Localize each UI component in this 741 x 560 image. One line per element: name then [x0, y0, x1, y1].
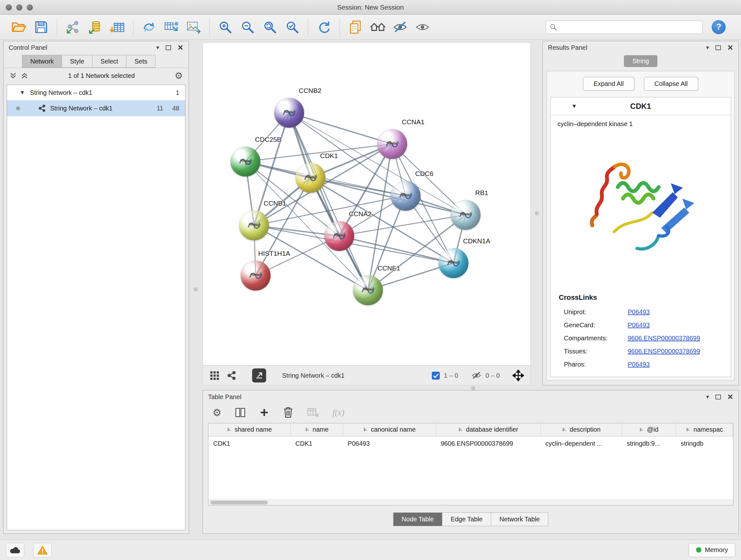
export-image-button[interactable]	[185, 17, 203, 37]
network-node-CCNA1[interactable]	[377, 129, 407, 159]
help-button[interactable]: ?	[712, 20, 726, 34]
panel-menu-icon[interactable]: ▾	[706, 45, 709, 51]
panel-close-icon[interactable]: ✕	[727, 393, 733, 401]
refresh-button[interactable]	[315, 17, 333, 37]
tab-style[interactable]: Style	[62, 55, 92, 68]
zoom-in-button[interactable]	[216, 17, 234, 37]
table-cell[interactable]: CDK1	[208, 436, 291, 451]
show-columns-icon[interactable]	[235, 407, 246, 418]
tab-network-table[interactable]: Network Table	[491, 512, 548, 526]
delete-column-trash-icon[interactable]	[283, 407, 293, 419]
import-network-button[interactable]	[64, 17, 82, 37]
birds-eye-view-icon[interactable]	[209, 370, 219, 381]
network-node-CDC25B[interactable]	[230, 146, 260, 177]
crosslink-value[interactable]: 9606.ENSP00000378699	[628, 334, 700, 342]
network-options-gear-icon[interactable]: ⚙	[175, 71, 183, 80]
minimize-window-button[interactable]	[16, 4, 22, 10]
table-cell[interactable]: stringdb	[676, 436, 733, 451]
panel-float-icon[interactable]	[165, 45, 171, 50]
crosslink-value[interactable]: P06493	[628, 308, 650, 316]
scrollbar-thumb[interactable]	[210, 501, 268, 504]
maximize-window-button[interactable]	[27, 4, 33, 10]
network-node-CCNA2[interactable]	[324, 221, 354, 251]
column-header-shared-name[interactable]: shared name	[208, 423, 291, 436]
pan-move-icon[interactable]	[513, 370, 524, 381]
network-node-HIST1H1A[interactable]	[241, 260, 271, 291]
network-canvas[interactable]: CCNB2CCNA1CDC25BCDK1CDC6RB1CCNB1CCNA2CDK…	[203, 43, 531, 366]
close-window-button[interactable]	[6, 4, 12, 10]
splitter-handle-left[interactable]	[194, 287, 198, 291]
network-node-RB1[interactable]	[451, 200, 481, 230]
cloud-status-button[interactable]	[6, 543, 24, 557]
new-network-button[interactable]	[140, 17, 158, 37]
table-horizontal-scrollbar[interactable]	[208, 499, 733, 505]
network-node-CDKN1A[interactable]	[439, 248, 468, 278]
network-collection-row[interactable]: ▼ String Network – cdk1 1	[7, 85, 185, 100]
tab-network[interactable]: Network	[22, 55, 62, 68]
selected-checkbox-icon[interactable]	[431, 371, 440, 380]
column-header-name[interactable]: name	[291, 423, 343, 436]
search-input[interactable]	[559, 23, 698, 30]
table-cell[interactable]: CDK1	[291, 436, 343, 451]
expand-all-button[interactable]: Expand All	[583, 77, 634, 91]
import-database-button[interactable]	[86, 17, 105, 37]
table-settings-gear-icon[interactable]: ⚙	[212, 408, 221, 418]
network-overview-icon[interactable]	[226, 371, 236, 380]
table-cell[interactable]: P06493	[343, 436, 436, 451]
import-table-button[interactable]	[108, 17, 127, 37]
panel-close-icon[interactable]: ✕	[178, 44, 184, 51]
zoom-selected-button[interactable]	[283, 17, 301, 37]
open-session-button[interactable]	[10, 17, 28, 37]
panel-menu-icon[interactable]: ▾	[706, 394, 709, 400]
panel-float-icon[interactable]	[716, 395, 721, 399]
network-row-selected[interactable]: String Network – cdk1 11 48	[7, 100, 185, 116]
hidden-eye-slash-icon[interactable]	[471, 371, 482, 380]
column-header-canonical-name[interactable]: canonical name	[343, 423, 436, 436]
tab-sets[interactable]: Sets	[126, 55, 155, 68]
collapse-all-icon[interactable]	[9, 72, 17, 79]
network-node-CDC6[interactable]	[391, 181, 421, 211]
warnings-button[interactable]	[33, 543, 52, 557]
column-header--id[interactable]: @id	[622, 423, 676, 436]
zoom-fit-button[interactable]	[261, 17, 279, 37]
network-node-CCNB2[interactable]	[274, 98, 304, 128]
tab-string[interactable]: String	[624, 55, 657, 67]
add-column-icon[interactable]	[259, 408, 269, 418]
crosslink-value[interactable]: 9606.ENSP00000378699	[628, 348, 700, 355]
panel-close-icon[interactable]: ✕	[727, 44, 733, 51]
network-node-CDK1[interactable]	[295, 163, 326, 193]
save-session-button[interactable]	[32, 17, 51, 37]
show-all-button[interactable]	[413, 17, 432, 37]
zoom-out-button[interactable]	[239, 17, 257, 37]
table-cell[interactable]: stringdb:9...	[622, 436, 676, 451]
annotation-copy-button[interactable]	[346, 17, 365, 37]
column-header-description[interactable]: description	[541, 423, 622, 436]
column-header-database-identifier[interactable]: database identifier	[436, 423, 541, 436]
hide-selected-button[interactable]	[391, 17, 409, 37]
network-node-CCNB1[interactable]	[239, 210, 269, 240]
tab-select[interactable]: Select	[92, 55, 126, 68]
expand-all-icon[interactable]	[21, 72, 28, 79]
gene-entry-header[interactable]: ▼ CDK1	[550, 98, 731, 115]
detach-view-button[interactable]	[252, 368, 266, 382]
table-row[interactable]: CDK1CDK1P064939606.ENSP00000378699cyclin…	[208, 436, 733, 451]
crosslink-value[interactable]: P06493	[628, 321, 650, 329]
column-header-namespac[interactable]: namespac	[676, 423, 733, 436]
table-cell[interactable]: cyclin–dependent ...	[541, 436, 622, 451]
table-cell[interactable]: 9606.ENSP00000378699	[436, 436, 541, 451]
search-box[interactable]	[546, 20, 703, 34]
crosslink-value[interactable]: P06493	[628, 361, 650, 368]
memory-button[interactable]: Memory	[689, 543, 735, 557]
splitter-handle-right[interactable]	[535, 211, 539, 215]
home-views-button[interactable]	[368, 17, 387, 37]
tab-edge-table[interactable]: Edge Table	[442, 512, 491, 526]
panel-float-icon[interactable]	[716, 45, 721, 50]
entry-caret-icon[interactable]: ▼	[571, 103, 577, 110]
panel-menu-icon[interactable]: ▾	[156, 45, 159, 51]
network-node-CCNE1[interactable]	[353, 275, 383, 305]
network-from-table-button[interactable]	[162, 17, 181, 37]
tree-caret-icon[interactable]: ▼	[20, 90, 25, 96]
collapse-all-button[interactable]: Collapse All	[644, 77, 698, 91]
tab-node-table[interactable]: Node Table	[393, 512, 443, 526]
splitter-handle-horizontal[interactable]	[471, 386, 475, 390]
